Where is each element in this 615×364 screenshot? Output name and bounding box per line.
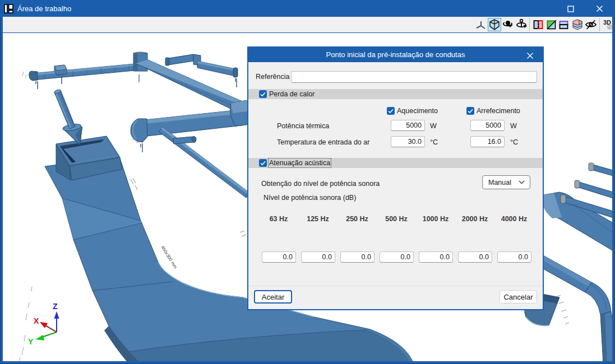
thermal-power-cooling-input[interactable] — [470, 120, 505, 131]
3d-settings-button[interactable]: 3D — [602, 18, 615, 31]
acoustic-checkbox[interactable] — [259, 159, 267, 167]
app-window: Área de trabalho — [0, 0, 615, 364]
freq-header-63: 63 Hz — [259, 215, 298, 223]
acoustic-label: Atenuação acústica — [269, 159, 330, 167]
freq-header-1000: 1000 Hz — [416, 215, 455, 223]
section-plane-icon — [533, 20, 543, 30]
air-inlet-temp-heating-unit: °C — [430, 138, 438, 146]
clip-diagonal-button[interactable] — [545, 18, 558, 31]
check-icon — [260, 161, 266, 166]
check-icon — [468, 109, 473, 114]
chevron-down-icon — [519, 180, 525, 184]
sound-power-table-label: Nível de potência sonora (dB) — [263, 194, 356, 202]
dialog-duct-start-point: Ponto inicial da pré-instalação de condu… — [247, 46, 544, 310]
turntable-icon — [515, 18, 528, 31]
left-annotation-dashes — [19, 72, 32, 361]
heat-loss-checkbox[interactable] — [259, 90, 267, 98]
pointer-arrow — [54, 89, 82, 145]
freq-header-4000: 4000 Hz — [494, 215, 534, 223]
sound-power-input-125[interactable] — [301, 251, 335, 263]
thermal-power-heating-input[interactable] — [391, 120, 425, 131]
orbit-icon — [502, 18, 514, 31]
thermal-power-label: Potência térmica — [277, 122, 329, 130]
app-icon — [4, 4, 13, 13]
accept-button[interactable]: Aceitar — [254, 290, 292, 304]
sound-power-input-4000[interactable] — [497, 251, 531, 263]
dialog-titlebar[interactable]: Ponto inicial da pré-instalação de condu… — [247, 46, 544, 62]
sound-power-input-500[interactable] — [380, 251, 414, 263]
check-icon — [388, 109, 394, 114]
perspective-cube-icon — [489, 19, 500, 30]
thermal-power-cooling-unit: W — [510, 122, 517, 130]
close-icon — [596, 5, 603, 12]
heat-loss-label: Perda de calor — [269, 90, 315, 98]
axis-z-label: Z — [53, 302, 58, 311]
cooling-label: Arrefecimento — [477, 107, 520, 115]
axes-icon-button[interactable] — [474, 18, 488, 31]
dialog-close-button[interactable] — [525, 50, 535, 60]
sound-power-input-1000[interactable] — [419, 251, 453, 263]
hide-elements-button[interactable] — [584, 18, 598, 31]
hide-elements-icon — [585, 19, 597, 30]
orbit-button[interactable] — [501, 18, 515, 31]
axis-x-label: X — [34, 316, 39, 325]
freq-header-250: 250 Hz — [337, 215, 377, 223]
thermal-power-heating-unit: W — [430, 122, 437, 130]
toolbar: 3D — [3, 17, 612, 32]
heating-label: Aquecimento — [397, 107, 438, 115]
axis-y-label: Y — [28, 337, 34, 346]
freq-header-2000: 2000 Hz — [455, 215, 494, 223]
sound-power-method-label: Obtenção do nível de potência sonora — [261, 180, 380, 188]
axis-triad: Z X Y — [28, 302, 59, 346]
clip-plane-button[interactable] — [557, 18, 571, 31]
cancel-button[interactable]: Cancelar — [500, 290, 537, 304]
duct-size-annotation: 450x300 mm — [160, 245, 178, 269]
footer-separator — [248, 286, 543, 286]
clip-plane-icon — [559, 20, 569, 30]
sound-power-input-2000[interactable] — [458, 251, 492, 263]
3d-settings-icon: 3D — [602, 18, 614, 31]
sound-power-input-250[interactable] — [340, 251, 374, 263]
freq-header-125: 125 Hz — [298, 215, 337, 223]
maximize-icon — [567, 6, 574, 12]
axes-icon — [475, 18, 487, 31]
dropdown-value: Manual — [483, 179, 519, 186]
layers-button[interactable] — [571, 18, 584, 31]
duct-top-run — [29, 63, 140, 89]
sound-power-method-dropdown[interactable]: Manual — [482, 175, 530, 189]
section-plane-button[interactable] — [531, 18, 545, 31]
window-titlebar: Área de trabalho — [0, 0, 615, 17]
reference-input[interactable] — [291, 71, 537, 83]
reference-label: Referência — [256, 73, 289, 81]
turntable-button[interactable] — [515, 18, 528, 31]
air-inlet-temp-cooling-unit: °C — [510, 138, 518, 146]
perspective-cube-button[interactable] — [488, 18, 501, 31]
close-button[interactable] — [591, 3, 608, 15]
layers-icon — [572, 19, 583, 30]
check-icon — [260, 92, 266, 97]
window-title: Área de trabalho — [17, 4, 71, 13]
dialog-close-icon — [526, 52, 534, 59]
air-inlet-temp-label: Temperatura de entrada do ar — [277, 138, 369, 146]
small-annotation-marks — [131, 178, 246, 236]
heating-checkbox[interactable] — [387, 107, 395, 115]
sound-power-input-63[interactable] — [262, 251, 296, 263]
freq-header-500: 500 Hz — [377, 215, 416, 223]
maximize-button[interactable] — [562, 3, 579, 15]
duct-thin-branch — [159, 127, 250, 198]
cooling-checkbox[interactable] — [466, 107, 474, 115]
dialog-title: Ponto inicial da pré-instalação de condu… — [326, 50, 465, 59]
clip-diagonal-icon — [547, 20, 557, 30]
toolbar-separator — [529, 18, 530, 31]
toolbar-separator — [599, 18, 600, 31]
air-inlet-temp-cooling-input[interactable] — [470, 136, 505, 147]
air-inlet-temp-heating-input[interactable] — [391, 136, 425, 147]
